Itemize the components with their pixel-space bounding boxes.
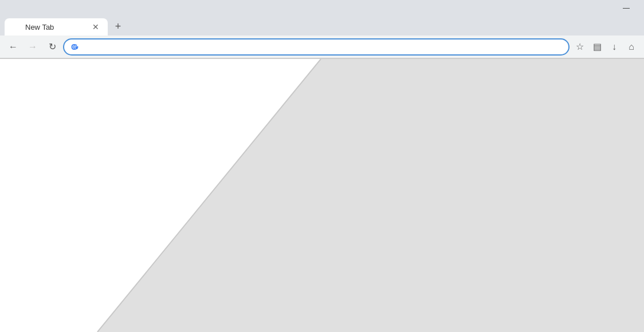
tab-favicon [11, 22, 21, 31]
search-placeholder-text: Search [190, 280, 218, 290]
firefox-search-button[interactable]: → [451, 271, 480, 298]
reader-mode-button[interactable]: ▤ [589, 39, 605, 55]
home-button[interactable]: ⌂ [623, 39, 639, 55]
new-tab-button[interactable]: + [110, 18, 126, 34]
reload-button[interactable]: ↻ [44, 38, 61, 56]
search-icon: 🔍 [173, 279, 184, 290]
svg-point-9 [460, 139, 471, 148]
nav-toolbar-right: ☆ ▤ ↓ ⌂ [572, 39, 639, 55]
window-controls: — [613, 0, 639, 16]
browser-chrome: — New Tab ✕ + ← → ↻ G [0, 0, 644, 59]
main-content: 🔍 Search → [0, 59, 644, 332]
bookmark-button[interactable]: ☆ [572, 39, 588, 55]
search-arrow-icon: → [460, 278, 471, 291]
tab-title: New Tab [25, 23, 86, 31]
firefox-logo [415, 88, 529, 202]
tab-bar: New Tab ✕ + [0, 16, 644, 35]
nav-bar: ← → ↻ G ☆ ▤ ↓ ⌂ [0, 35, 644, 58]
firefox-search-container: 🔍 Search → [164, 271, 480, 298]
address-bar[interactable]: G [63, 38, 570, 56]
browser-tab-new-tab[interactable]: New Tab ✕ [5, 18, 108, 35]
google-icon: G [71, 42, 80, 52]
tab-close-button[interactable]: ✕ [91, 22, 101, 32]
back-button[interactable]: ← [5, 38, 22, 56]
address-input[interactable] [84, 42, 561, 52]
download-button[interactable]: ↓ [606, 39, 622, 55]
title-bar: — [0, 0, 644, 16]
forward-button[interactable]: → [24, 38, 41, 56]
minimize-button[interactable]: — [613, 0, 639, 16]
firefox-search-box[interactable]: 🔍 Search [164, 271, 451, 298]
